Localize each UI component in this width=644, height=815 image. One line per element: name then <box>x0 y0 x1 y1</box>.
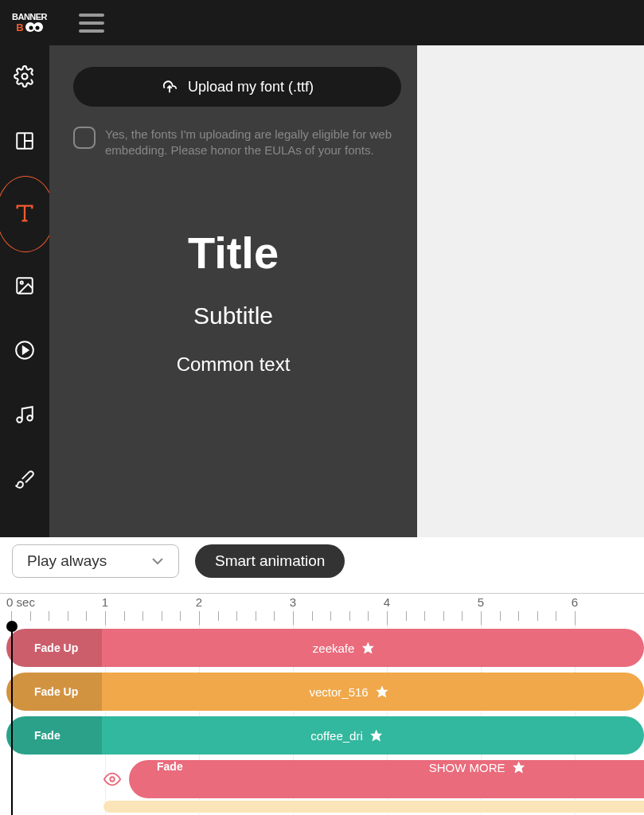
logo-text-top: BANNER <box>12 13 47 21</box>
smart-animation-button[interactable]: Smart animation <box>195 544 345 578</box>
time-label: 4 <box>384 595 390 609</box>
tracks-container: Fade Up zeekafe Fade Up vector_516 Fade … <box>0 625 644 815</box>
timeline-track-row: Fade SHOW MORE <box>103 760 644 798</box>
logo-text-bottom: B <box>16 21 42 33</box>
star-icon <box>375 684 389 699</box>
star-icon <box>369 728 384 743</box>
settings-icon[interactable] <box>14 65 36 88</box>
svg-marker-18 <box>376 686 388 698</box>
font-consent-row: Yes, the fonts I'm uploading are legally… <box>73 127 393 159</box>
canvas-area[interactable] <box>417 45 644 537</box>
track-effect-label: Fade <box>157 760 183 773</box>
chevron-down-icon <box>151 557 164 565</box>
playhead-line <box>11 626 13 815</box>
time-label: 2 <box>196 595 202 609</box>
svg-point-15 <box>27 415 33 421</box>
svg-point-3 <box>35 26 39 30</box>
time-label: 0 sec <box>6 595 35 609</box>
track-effect-label: Fade <box>34 729 60 742</box>
svg-marker-19 <box>370 730 382 742</box>
track-name-label: vector_516 <box>309 684 388 699</box>
time-ruler[interactable]: 0 sec123456 <box>0 593 644 625</box>
consent-text: Yes, the fonts I'm uploading are legally… <box>105 127 393 159</box>
music-icon[interactable] <box>14 404 36 426</box>
track-effect-label: Fade Up <box>34 641 78 654</box>
add-subtitle-button[interactable]: Subtitle <box>73 302 393 330</box>
svg-point-2 <box>29 26 33 30</box>
text-panel: Upload my font (.ttf) Yes, the fonts I'm… <box>49 45 417 537</box>
upload-font-label: Upload my font (.ttf) <box>188 79 314 96</box>
time-label: 6 <box>572 595 578 609</box>
text-tool-icon[interactable] <box>14 202 36 224</box>
sidebar <box>0 45 49 537</box>
play-icon[interactable] <box>14 339 36 361</box>
logo-eyes-icon <box>25 21 43 33</box>
visibility-icon[interactable] <box>103 770 121 788</box>
text-samples: Title Subtitle Common text <box>73 227 393 376</box>
svg-point-20 <box>110 777 115 782</box>
play-mode-select[interactable]: Play always <box>12 544 179 578</box>
top-bar: BANNER B <box>0 0 644 45</box>
timeline-track[interactable]: Fade coffee_dri <box>6 716 644 755</box>
smart-animation-label: Smart animation <box>215 552 325 570</box>
add-title-button[interactable]: Title <box>73 227 393 279</box>
image-icon[interactable] <box>14 275 36 297</box>
track-effect-label: Fade Up <box>34 685 78 698</box>
svg-point-14 <box>17 417 22 423</box>
consent-checkbox[interactable] <box>73 127 96 149</box>
svg-marker-13 <box>23 347 29 354</box>
timeline-track[interactable]: Fade SHOW MORE <box>129 760 644 798</box>
play-mode-label: Play always <box>27 552 107 570</box>
timeline-track[interactable]: Fade Up vector_516 <box>6 673 644 711</box>
timeline-track[interactable]: Fade Up zeekafe <box>6 629 644 667</box>
track-name-label: coffee_dri <box>310 728 384 743</box>
time-label: 3 <box>290 595 296 609</box>
svg-marker-17 <box>362 642 374 654</box>
timeline: 0 sec123456 Fade Up zeekafe Fade Up vect… <box>0 593 644 815</box>
track-name-label: SHOW MORE <box>429 760 526 774</box>
star-icon <box>512 760 526 774</box>
cloud-upload-icon <box>161 78 178 96</box>
svg-point-11 <box>21 282 23 284</box>
time-label: 1 <box>102 595 108 609</box>
svg-marker-21 <box>513 762 525 774</box>
logo[interactable]: BANNER B <box>12 13 47 33</box>
menu-button[interactable] <box>79 14 104 33</box>
add-common-text-button[interactable]: Common text <box>73 353 393 376</box>
timeline-track-partial[interactable] <box>103 801 644 815</box>
svg-point-4 <box>22 74 28 80</box>
track-name-label: zeekafe <box>313 641 376 655</box>
star-icon <box>361 641 375 655</box>
brush-icon[interactable] <box>14 468 36 490</box>
upload-font-button[interactable]: Upload my font (.ttf) <box>73 67 401 107</box>
timeline-controls: Play always Smart animation <box>12 544 345 578</box>
time-label: 5 <box>478 595 484 609</box>
layout-icon[interactable] <box>14 130 36 152</box>
